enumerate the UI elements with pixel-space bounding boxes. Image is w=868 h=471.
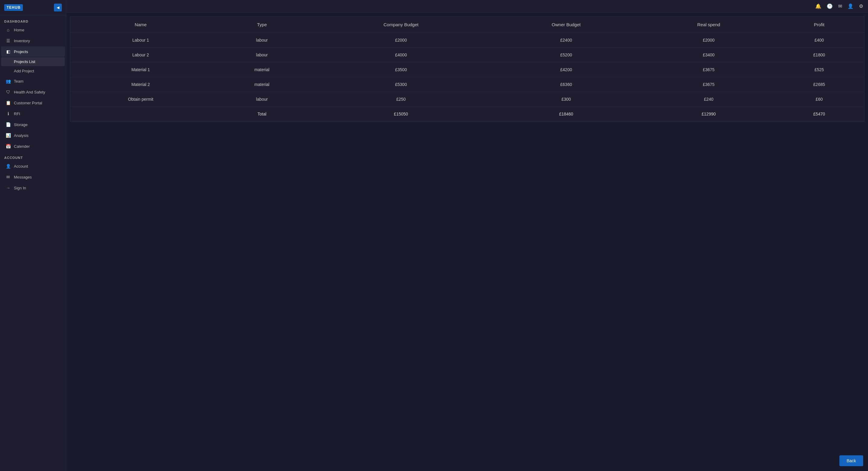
cell-company-budget: £3500 [313,62,490,77]
cell-name: Obtain permit [70,92,211,107]
sidebar-item-messages-label: Messages [14,175,32,179]
col-real-spend: Real spend [643,17,774,33]
team-icon: 👥 [5,79,11,84]
cell-owner-budget: £2400 [489,33,643,48]
total-real-spend: £12990 [643,107,774,121]
cell-real-spend: £3675 [643,77,774,92]
col-type: Type [211,17,313,33]
customer-portal-icon: 📋 [5,100,11,105]
messages-icon: ✉ [5,175,11,179]
sidebar-item-analysis-label: Analysis [14,133,28,138]
sidebar-item-sign-in-label: Sign In [14,186,26,190]
total-company-budget: £15050 [313,107,490,121]
table-header-row: Name Type Company Budget Owner Budget Re… [70,17,864,33]
cell-type: material [211,77,313,92]
clock-icon[interactable]: 🕐 [827,3,833,9]
sidebar-item-health-safety-label: Health And Safety [14,90,45,94]
sidebar-item-messages[interactable]: ✉ Messages [1,172,65,182]
cell-owner-budget: £5200 [489,48,643,62]
sidebar-item-customer-portal[interactable]: 📋 Customer Portal [1,98,65,108]
table-row: Labour 1 labour £2000 £2400 £2000 £400 [70,33,864,48]
table-row: Material 1 material £3500 £4200 £3675 £5… [70,62,864,77]
table-body: Labour 1 labour £2000 £2400 £2000 £400 L… [70,33,864,121]
sidebar-subitem-add-project[interactable]: Add Project [1,67,65,76]
sidebar-item-account[interactable]: 👤 Account [1,161,65,171]
sidebar-item-inventory-label: Inventory [14,38,30,43]
sidebar-item-calender-label: Calender [14,144,30,149]
dashboard-section-label: DASHBOARD [0,16,66,24]
home-icon: ⌂ [5,27,11,32]
sidebar-item-team[interactable]: 👥 Team [1,76,65,86]
cell-real-spend: £3675 [643,62,774,77]
cell-profit: £400 [774,33,864,48]
table-row: Labour 2 labour £4000 £5200 £3400 £1800 [70,48,864,62]
cell-type: labour [211,33,313,48]
cell-real-spend: £3400 [643,48,774,62]
budget-table: Name Type Company Budget Owner Budget Re… [70,16,864,121]
total-owner-budget: £18460 [489,107,643,121]
sidebar-item-storage-label: Storage [14,122,28,127]
main-content: Name Type Company Budget Owner Budget Re… [66,13,868,471]
cell-type: labour [211,92,313,107]
calender-icon: 📅 [5,144,11,149]
cell-name: Material 2 [70,77,211,92]
cell-company-budget: £250 [313,92,490,107]
cell-company-budget: £5300 [313,77,490,92]
cell-profit: £525 [774,62,864,77]
col-company-budget: Company Budget [313,17,490,33]
sidebar-item-analysis[interactable]: 📊 Analysis [1,130,65,141]
sidebar-subitem-add-project-label: Add Project [14,69,34,73]
cell-company-budget: £4000 [313,48,490,62]
mail-icon[interactable]: ✉ [838,3,842,9]
back-button[interactable]: Back [839,455,863,466]
total-label-cell: Total [211,107,313,121]
sidebar: TEHUB ◀ DASHBOARD ⌂ Home ☰ Inventory ◧ P… [0,0,66,471]
sidebar-item-home[interactable]: ⌂ Home [1,25,65,35]
cell-name: Labour 1 [70,33,211,48]
sidebar-item-inventory[interactable]: ☰ Inventory [1,36,65,46]
col-owner-budget: Owner Budget [489,17,643,33]
account-section-label: ACCOUNT [0,152,66,161]
sidebar-item-rfi-label: RFI [14,112,20,116]
sidebar-item-storage[interactable]: 📄 Storage [1,119,65,130]
cell-type: material [211,62,313,77]
cell-name: Labour 2 [70,48,211,62]
sidebar-item-sign-in[interactable]: → Sign In [1,183,65,193]
total-profit: £5470 [774,107,864,121]
sign-in-icon: → [5,185,11,190]
cell-profit: £2685 [774,77,864,92]
sidebar-item-calender[interactable]: 📅 Calender [1,141,65,151]
cell-real-spend: £240 [643,92,774,107]
analysis-icon: 📊 [5,133,11,138]
sidebar-subitem-projects-list[interactable]: Projects List [1,57,65,66]
sidebar-item-projects-label: Projects [14,50,28,54]
sidebar-header: TEHUB ◀ [0,0,66,16]
cell-name: Material 1 [70,62,211,77]
projects-icon: ◧ [5,49,11,54]
sidebar-item-account-label: Account [14,164,28,169]
cell-owner-budget: £6360 [489,77,643,92]
cell-real-spend: £2000 [643,33,774,48]
inventory-icon: ☰ [5,38,11,43]
table-row: Obtain permit labour £250 £300 £240 £60 [70,92,864,107]
cell-profit: £1800 [774,48,864,62]
user-icon[interactable]: 👤 [847,3,854,9]
sidebar-item-health-safety[interactable]: 🛡 Health And Safety [1,87,65,97]
sidebar-item-team-label: Team [14,79,24,84]
total-name-cell [70,107,211,121]
sidebar-item-rfi[interactable]: ℹ RFI [1,109,65,119]
cell-owner-budget: £300 [489,92,643,107]
table-row: Material 2 material £5300 £6360 £3675 £2… [70,77,864,92]
sidebar-item-projects[interactable]: ◧ Projects [1,47,65,57]
col-profit: Profit [774,17,864,33]
sidebar-item-home-label: Home [14,28,24,32]
collapse-button[interactable]: ◀ [54,4,62,11]
cell-profit: £60 [774,92,864,107]
col-name: Name [70,17,211,33]
gear-icon[interactable]: ⚙ [859,3,863,9]
table-total-row: Total £15050 £18460 £12990 £5470 [70,107,864,121]
cell-owner-budget: £4200 [489,62,643,77]
cell-company-budget: £2000 [313,33,490,48]
cell-type: labour [211,48,313,62]
bell-icon[interactable]: 🔔 [815,3,821,9]
